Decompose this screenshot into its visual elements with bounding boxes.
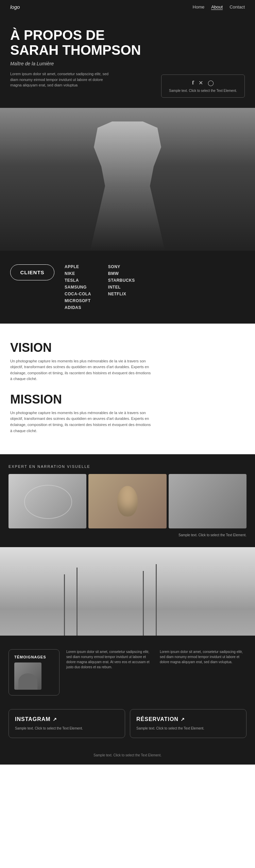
hero-lorem: Lorem ipsum dolor sit amet, consetetur s…	[10, 71, 112, 88]
instagram-label: INSTAGRAM	[15, 716, 51, 722]
twitter-x-icon[interactable]: ✕	[199, 80, 203, 86]
client-sony: SONY	[108, 264, 135, 269]
hero-subtitle: Maître de la Lumière	[10, 61, 245, 66]
temoignages-avatar	[14, 662, 41, 690]
reservation-arrow: ↗	[181, 717, 185, 722]
mission-text: Un photographe capture les moments les p…	[10, 410, 153, 434]
client-samsung: SAMSUNG	[65, 285, 91, 290]
clients-button[interactable]: CLIENTS	[10, 264, 54, 280]
social-sample-text: Sample text. Click to select the Text El…	[169, 89, 237, 93]
pole-2	[76, 568, 78, 636]
temoignages-card: TÉMOIGNAGES	[8, 649, 60, 695]
pole-3	[143, 571, 144, 636]
client-adidas: ADIDAS	[65, 305, 91, 310]
clients-col-1: APPLE NIKE TESLA SAMSUNG COCA-COLA MICRO…	[65, 264, 91, 310]
nav-links: Home About Contact	[193, 4, 245, 10]
reservation-card-text: Sample text. Click to select the Text El…	[136, 726, 240, 731]
social-box: 𝐟 ✕ ◯ Sample text. Click to select the T…	[161, 75, 245, 98]
nav-logo: logo	[10, 4, 20, 10]
landscape-photo	[0, 547, 255, 636]
photo-bg	[0, 108, 255, 251]
client-cocacola: COCA-COLA	[65, 292, 91, 296]
temoignages-text-2: Lorem ipsum dolor sit amet, consetetur s…	[160, 649, 247, 665]
pole-4	[156, 564, 157, 636]
instagram-icon[interactable]: ◯	[208, 80, 214, 86]
mission-title: MISSION	[10, 392, 245, 407]
temoignages-label: TÉMOIGNAGES	[14, 655, 54, 659]
nav-home[interactable]: Home	[193, 4, 205, 10]
expert-photo-3	[169, 474, 247, 528]
reservation-label: RÉSERVATION	[136, 716, 178, 722]
clients-lists: APPLE NIKE TESLA SAMSUNG COCA-COLA MICRO…	[65, 264, 135, 310]
client-nike: NIKE	[65, 271, 91, 276]
instagram-card[interactable]: INSTAGRAM ↗ Sample text. Click to select…	[8, 709, 125, 738]
nav-about[interactable]: About	[211, 4, 223, 10]
client-netflix: NETFLIX	[108, 292, 135, 296]
instagram-arrow: ↗	[53, 717, 57, 722]
bottom-cards: INSTAGRAM ↗ Sample text. Click to select…	[0, 709, 255, 748]
facebook-icon[interactable]: 𝐟	[192, 80, 194, 86]
client-bmw: BMW	[108, 271, 135, 276]
client-tesla: TESLA	[65, 278, 91, 283]
person-image	[90, 121, 165, 251]
pole-1	[64, 574, 65, 636]
client-intel: INTEL	[108, 285, 135, 290]
vision-mission-section: VISION Un photographe capture les moment…	[0, 324, 255, 455]
client-starbucks: STARBUCKS	[108, 278, 135, 283]
clients-col-2: SONY BMW STARBUCKS INTEL NETFLIX	[108, 264, 135, 310]
hero-section: À PROPOS DE SARAH THOMPSON Maître de la …	[0, 14, 255, 108]
client-microsoft: MICROSOFT	[65, 298, 91, 303]
temoignages-text-1: Lorem ipsum dolor sit amet, consetetur s…	[66, 649, 153, 670]
expert-photo-1	[8, 474, 86, 528]
expert-photo-2	[88, 474, 166, 528]
clients-section: CLIENTS APPLE NIKE TESLA SAMSUNG COCA-CO…	[0, 251, 255, 324]
instagram-card-text: Sample text. Click to select the Text El…	[15, 726, 119, 731]
client-apple: APPLE	[65, 264, 91, 269]
expert-images	[8, 474, 247, 528]
reservation-card-title: RÉSERVATION ↗	[136, 716, 240, 722]
vision-block: VISION Un photographe capture les moment…	[10, 341, 245, 382]
footer: Sample text. Click to select the Text El…	[0, 748, 255, 765]
temoignages-section: TÉMOIGNAGES Lorem ipsum dolor sit amet, …	[0, 636, 255, 709]
hero-title: À PROPOS DE SARAH THOMPSON	[10, 28, 245, 58]
expert-title: EXPERT EN NARRATION VISUELLE	[8, 464, 247, 469]
expert-sample-text: Sample text. Click to select the Text El…	[8, 533, 247, 537]
vision-title: VISION	[10, 341, 245, 355]
expert-section: EXPERT EN NARRATION VISUELLE Sample text…	[0, 454, 255, 547]
social-icons: 𝐟 ✕ ◯	[192, 80, 214, 86]
reservation-card[interactable]: RÉSERVATION ↗ Sample text. Click to sele…	[130, 709, 247, 738]
hero-photo	[0, 108, 255, 251]
navigation: logo Home About Contact	[0, 0, 255, 14]
mission-block: MISSION Un photographe capture les momen…	[10, 392, 245, 434]
footer-sample: Sample text. Click to select the Text El…	[94, 753, 162, 757]
landscape-poles	[0, 547, 255, 636]
nav-contact[interactable]: Contact	[230, 4, 245, 10]
instagram-card-title: INSTAGRAM ↗	[15, 716, 119, 722]
vision-text: Un photographe capture les moments les p…	[10, 358, 153, 382]
